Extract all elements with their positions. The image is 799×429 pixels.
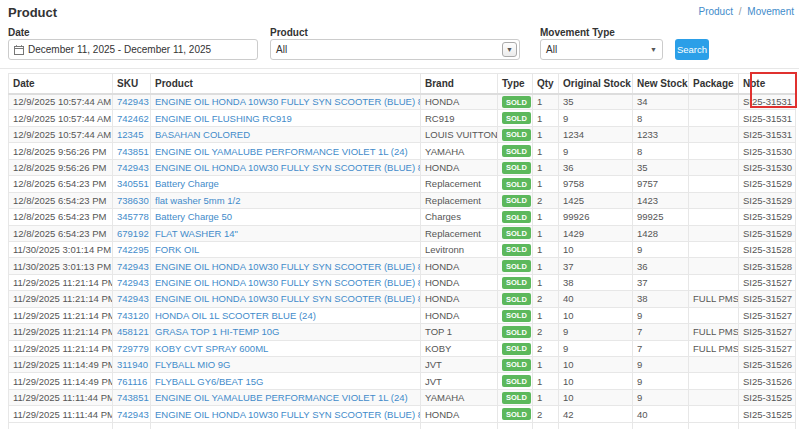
sku-link[interactable]: 743120 [117, 310, 149, 321]
product-link[interactable]: ENGINE OIL HONDA 10W30 FULLY SYN SCOOTER… [155, 162, 421, 173]
breadcrumb-product-link[interactable]: Product [699, 6, 733, 17]
product-link[interactable]: ENGINE OIL YAMALUBE PERFORMANCE VIOLET 1… [155, 392, 408, 403]
product-link[interactable]: ENGINE OIL HONDA 10W30 FULLY SYN SCOOTER… [155, 277, 421, 288]
sku-link[interactable]: 12345 [117, 129, 143, 140]
cell-brand: HONDA [421, 406, 498, 422]
product-link[interactable]: ENGINE OIL HONDA 10W30 FULLY SYN SCOOTER… [155, 409, 421, 420]
cell-note: SI25-31527 [739, 340, 796, 356]
search-button[interactable]: Search [675, 39, 709, 60]
product-select[interactable]: All ▼ [270, 39, 520, 60]
product-link[interactable]: ENGINE OIL HONDA 10W30 FULLY SYN SCOOTER… [155, 293, 421, 304]
table-row: 12/9/2025 10:57:44 AM742943ENGINE OIL HO… [9, 94, 796, 110]
product-link[interactable]: Battery Charge 50 [155, 211, 232, 222]
sku-link[interactable]: 729779 [117, 343, 149, 354]
sku-link[interactable]: 761116 [117, 376, 147, 387]
movement-type-select[interactable]: All ▼ [540, 39, 663, 60]
cell-new-stock: 9 [633, 307, 689, 323]
cell-type: SOLD [498, 307, 533, 323]
product-link[interactable]: flat washer 5mm 1/2 [155, 195, 241, 206]
movement-page: Product Product / Movement Date Product … [0, 0, 799, 429]
status-badge-sold: SOLD [502, 244, 531, 256]
sku-link[interactable]: 742943 [117, 293, 149, 304]
date-filter-label: Date [8, 27, 30, 38]
sku-link[interactable]: 742462 [117, 113, 149, 124]
sku-link[interactable]: 345778 [117, 211, 149, 222]
cell-new-stock: 8 [633, 110, 689, 126]
cell-brand: HONDA [421, 94, 498, 110]
cell-product: ENGINE OIL HONDA 10W30 FULLY SYN SCOOTER… [151, 258, 421, 274]
product-link[interactable]: FORK OIL [155, 244, 199, 255]
product-select-caret-button[interactable]: ▼ [502, 42, 517, 57]
sku-link[interactable]: 742943 [117, 277, 149, 288]
status-badge-sold: SOLD [502, 277, 531, 289]
cell-new-stock: 9 [633, 389, 689, 405]
cell-type: SOLD [498, 94, 533, 110]
cell-type: SOLD [498, 176, 533, 192]
sku-link[interactable]: 742295 [117, 244, 149, 255]
cell-qty: 1 [533, 126, 559, 142]
cell-brand: LOUIS VUITTON [421, 126, 498, 142]
date-range-input[interactable]: December 11, 2025 - December 11, 2025 [8, 39, 258, 60]
cell-sku: 742943 [113, 274, 151, 290]
cell-new-stock: 9757 [633, 176, 689, 192]
table-row: 12/8/2025 9:56:26 PM743851ENGINE OIL YAM… [9, 143, 796, 159]
cell-type: SOLD [498, 373, 533, 389]
sku-link[interactable]: 311940 [117, 359, 148, 370]
product-link[interactable]: FLYBALL GY6/BEAT 15G [155, 376, 263, 387]
cell-package [689, 389, 739, 405]
cell-package [689, 307, 739, 323]
cell-empty [633, 422, 689, 429]
cell-sku: 743120 [113, 307, 151, 323]
cell-original-stock: 1234 [559, 126, 633, 142]
cell-empty [689, 422, 739, 429]
cell-type: SOLD [498, 192, 533, 208]
panel-divider [0, 68, 799, 69]
sku-link[interactable]: 742943 [117, 162, 149, 173]
product-link[interactable]: ENGINE OIL YAMALUBE PERFORMANCE VIOLET 1… [155, 146, 408, 157]
cell-type: SOLD [498, 126, 533, 142]
sku-link[interactable]: 340551 [117, 178, 149, 189]
product-link[interactable]: GRASA TOP 1 HI-TEMP 10G [155, 326, 279, 337]
product-filter-label: Product [270, 27, 308, 38]
product-link[interactable]: FLAT WASHER 14" [155, 228, 238, 239]
product-link[interactable]: BASAHAN COLORED [155, 129, 250, 140]
product-link[interactable]: ENGINE OIL HONDA 10W30 FULLY SYN SCOOTER… [155, 96, 421, 107]
column-header-package: Package [689, 74, 739, 94]
product-link[interactable]: KOBY CVT SPRAY 600ML [155, 343, 268, 354]
cell-date: 11/29/2025 11:21:14 PM [9, 324, 113, 340]
sku-link[interactable]: 738630 [117, 195, 149, 206]
status-badge-sold: SOLD [502, 310, 531, 322]
cell-package [689, 225, 739, 241]
cell-package [689, 241, 739, 257]
product-link[interactable]: Battery Charge [155, 178, 219, 189]
cell-original-stock: 1429 [559, 225, 633, 241]
cell-original-stock: 99926 [559, 209, 633, 225]
cell-qty: 1 [533, 241, 559, 257]
cell-sku: 742295 [113, 241, 151, 257]
sku-link[interactable]: 679192 [117, 228, 149, 239]
table-row: 11/30/2025 3:01:13 PM742943ENGINE OIL HO… [9, 258, 796, 274]
sku-link[interactable]: 743851 [117, 392, 149, 403]
cell-new-stock: 9 [633, 373, 689, 389]
cell-new-stock: 7 [633, 340, 689, 356]
cell-note: SI25-31527 [739, 274, 796, 290]
product-link[interactable]: FLYBALL MIO 9G [155, 359, 231, 370]
cell-package [689, 94, 739, 110]
product-link[interactable]: HONDA OIL 1L SCOOTER BLUE (24) [155, 310, 316, 321]
sku-link[interactable]: 458121 [117, 326, 149, 337]
sku-link[interactable]: 742943 [117, 409, 149, 420]
cell-note: SI25-31529 [739, 209, 796, 225]
cell-date: 11/29/2025 11:11:44 PM [9, 406, 113, 422]
sku-link[interactable]: 742943 [117, 261, 149, 272]
breadcrumb-movement-link[interactable]: Movement [747, 6, 794, 17]
cell-type: SOLD [498, 258, 533, 274]
sku-link[interactable]: 743851 [117, 146, 149, 157]
product-link[interactable]: ENGINE OIL FLUSHING RC919 [155, 113, 292, 124]
cell-new-stock: 1233 [633, 126, 689, 142]
cell-new-stock: 34 [633, 94, 689, 110]
cell-package [689, 258, 739, 274]
product-link[interactable]: ENGINE OIL HONDA 10W30 FULLY SYN SCOOTER… [155, 261, 421, 272]
sku-link[interactable]: 742943 [117, 96, 149, 107]
cell-sku: 743851 [113, 143, 151, 159]
cell-note: SI25-31528 [739, 241, 796, 257]
